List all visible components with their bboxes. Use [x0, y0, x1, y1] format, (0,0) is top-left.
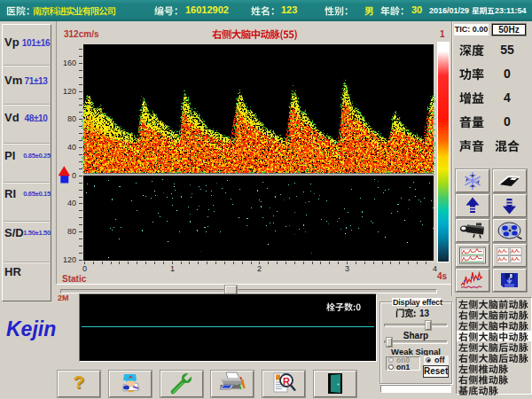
svg-text:R: R: [283, 376, 290, 387]
